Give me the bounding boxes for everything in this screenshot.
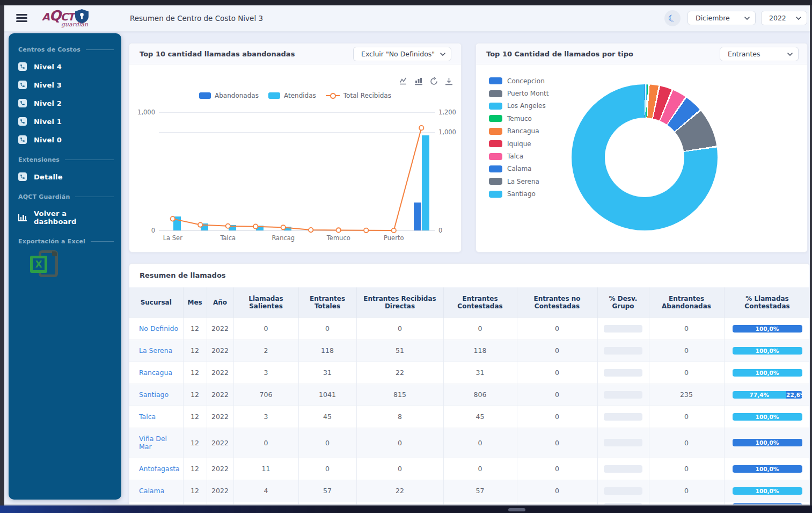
phone-icon (18, 172, 27, 181)
line-point (364, 228, 368, 233)
badge-segment: 100,0% (733, 347, 802, 355)
bar-chart-icon (18, 214, 27, 221)
sucursal-link[interactable]: Antofagasta (139, 465, 180, 473)
pct-contestadas-badge: 100,0% (733, 465, 802, 473)
table-row: Rancagua122022331223100100,0% (129, 362, 810, 384)
column-header: Año (207, 287, 233, 317)
pie-legend-item[interactable]: Rancagua (489, 125, 549, 138)
column-header: % Llamadas Contestadas (724, 287, 810, 317)
sidebar-item-nivel1[interactable]: Nivel 1 (9, 112, 121, 131)
bar-abandonadas[interactable] (414, 203, 421, 230)
line-point (171, 216, 175, 221)
bar-atendidas[interactable] (256, 226, 264, 230)
line-point (198, 222, 202, 227)
download-icon[interactable] (444, 77, 453, 86)
x-axis-label: Puerto (375, 234, 413, 242)
legend-swatch (489, 128, 502, 135)
scrollbar-thumb[interactable] (508, 508, 525, 511)
sidebar-item-label: Nivel 1 (34, 118, 62, 126)
pie-legend-item[interactable]: Iquique (489, 138, 549, 150)
line-point (253, 224, 258, 228)
desv-grupo-progress (604, 325, 642, 333)
sidebar-item-detalle[interactable]: Detalle (9, 168, 121, 186)
column-header: Llamadas Salientes (233, 287, 298, 317)
pie-legend-item[interactable]: Santiago (489, 188, 549, 200)
chart-legend: Abandonadas Atendidas Total Recibidas (129, 92, 461, 99)
y-axis-label-right: 1,000 (438, 128, 456, 136)
legend-item-total-recibidas[interactable]: Total Recibidas (326, 92, 391, 99)
legend-swatch (489, 90, 502, 97)
gridline (159, 112, 435, 113)
y-axis-label-left: 1,000 (129, 109, 155, 116)
line-chart-toggle-icon[interactable] (399, 77, 408, 86)
exclude-filter-select[interactable]: Excluir "No Definidos" (353, 47, 451, 61)
bar-atendidas[interactable] (422, 135, 429, 230)
pie-legend: ConcepcionPuerto MonttLos AngelesTemucoR… (489, 75, 549, 200)
sidebar: Centros de Costos Nivel 4 Nivel 3 Nivel … (9, 33, 121, 500)
chevron-down-icon (796, 17, 801, 20)
badge-segment: 100,0% (733, 325, 802, 333)
table-row: Antofagasta1220221100000100,0% (129, 458, 810, 480)
legend-item-atendidas[interactable]: Atendidas (268, 92, 316, 99)
dark-mode-toggle[interactable]: ☾ (664, 10, 681, 26)
line-point (392, 228, 396, 233)
sidebar-item-label: Nivel 3 (34, 81, 62, 89)
year-select[interactable]: 2022 (761, 11, 807, 25)
legend-item-abandonadas[interactable]: Abandonadas (199, 92, 259, 99)
pct-contestadas-badge: 100,0% (733, 325, 802, 333)
sidebar-item-volver-dashboard[interactable]: Volver a dashboard (9, 205, 121, 230)
sucursal-link[interactable]: La Serena (139, 346, 172, 355)
sucursal-link[interactable]: Viña Del Mar (139, 435, 167, 451)
bar-atendidas[interactable] (201, 223, 208, 230)
window-frame-right (810, 5, 812, 505)
sucursal-link[interactable]: No Definido (139, 324, 178, 333)
pie-legend-item[interactable]: Temuco (489, 112, 549, 125)
calls-by-type-card: Top 10 Cantidad de llamados por tipo Ent… (476, 43, 808, 252)
pie-legend-item[interactable]: Puerto Montt (489, 87, 549, 99)
app-window: Visualización Día de inicio Día de térmi… (0, 0, 812, 513)
sidebar-section-excel: Exportación a Excel (18, 238, 114, 245)
bar-atendidas[interactable] (284, 227, 291, 230)
sidebar-item-nivel2[interactable]: Nivel 2 (9, 94, 121, 112)
bar-atendidas[interactable] (229, 225, 236, 230)
table-row: La Serena12202221185111800100,0% (129, 339, 810, 362)
pie-legend-item[interactable]: Los Angeles (489, 100, 549, 112)
export-excel-button[interactable]: X (30, 250, 58, 281)
bar-atendidas[interactable] (173, 216, 181, 230)
chevron-down-icon (744, 17, 750, 20)
x-axis-label: Temuco (320, 234, 357, 242)
phone-icon (18, 81, 27, 89)
menu-toggle-button[interactable] (16, 14, 27, 22)
sidebar-item-nivel3[interactable]: Nivel 3 (9, 76, 121, 94)
sidebar-item-nivel4[interactable]: Nivel 4 (9, 57, 121, 76)
sidebar-item-nivel0[interactable]: Nivel 0 (9, 131, 121, 149)
badge-segment: 100,0% (733, 439, 802, 446)
window-frame-bottom (0, 505, 812, 513)
call-type-select[interactable]: Entrantes (720, 47, 799, 61)
sucursal-link[interactable]: Rancagua (139, 369, 172, 377)
legend-label: La Serena (507, 178, 539, 185)
sucursal-link[interactable]: Santiago (139, 391, 169, 399)
bar-chart-toggle-icon[interactable] (414, 77, 423, 86)
line-point (281, 225, 286, 229)
phone-icon (18, 99, 27, 107)
desv-grupo-progress (604, 413, 642, 421)
card-title: Top 10 Cantidad de llamados por tipo (486, 50, 633, 58)
pie-legend-item[interactable]: Concepcion (489, 75, 549, 87)
pie-legend-item[interactable]: Calama (489, 163, 549, 175)
column-header: Entrantes Recibidas Directas (356, 287, 443, 317)
sidebar-section-aqct: AQCT Guardián (18, 193, 114, 200)
legend-swatch (489, 140, 502, 147)
sidebar-item-label: Nivel 2 (34, 99, 62, 107)
chart-toolbox (399, 77, 453, 86)
total-recibidas-line (129, 44, 462, 253)
sucursal-link[interactable]: Calama (139, 487, 164, 495)
refresh-icon[interactable] (429, 77, 438, 86)
sucursal-link[interactable]: Talca (139, 413, 156, 421)
month-select[interactable]: Diciembre (687, 11, 756, 25)
table-row: Santiago1220227061041815806023577,4%22,6… (129, 384, 810, 406)
legend-label: Los Angeles (507, 102, 546, 110)
pie-legend-item[interactable]: Talca (489, 150, 549, 162)
card-header: Top 10 Cantidad de llamados por tipo Ent… (476, 44, 807, 64)
pie-legend-item[interactable]: La Serena (489, 175, 549, 187)
